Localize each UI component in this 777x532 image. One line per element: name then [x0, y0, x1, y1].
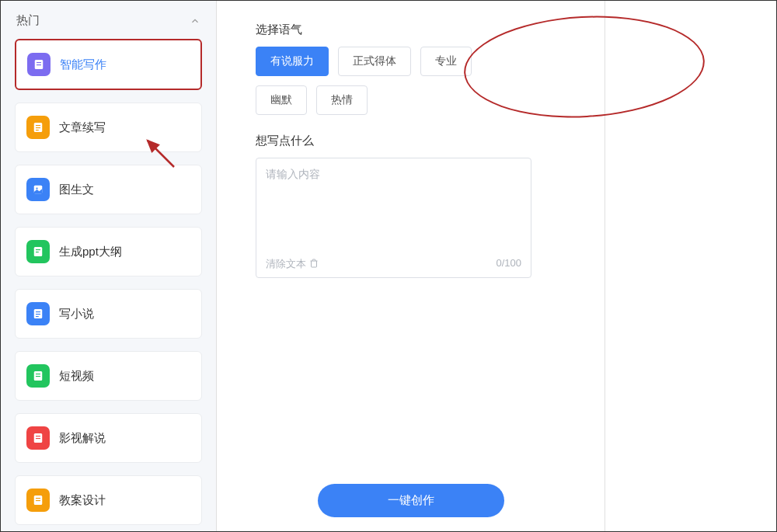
svg-rect-23: [36, 498, 40, 499]
sidebar-item-label: 写小说: [59, 307, 190, 322]
sidebar-item-image-to-text[interactable]: 图生文: [15, 165, 202, 214]
svg-rect-1: [37, 62, 41, 63]
char-count: 0/100: [496, 257, 521, 271]
document-icon: [26, 240, 50, 263]
svg-rect-4: [36, 125, 40, 126]
image-icon: [26, 178, 50, 201]
sidebar-item-lesson-plan[interactable]: 教案设计: [15, 475, 202, 525]
tone-persuasive[interactable]: 有说服力: [256, 47, 329, 76]
document-icon: [26, 489, 50, 512]
sidebar-item-ppt-outline[interactable]: 生成ppt大纲: [15, 227, 202, 276]
sidebar-item-article-continue[interactable]: 文章续写: [15, 103, 202, 152]
svg-rect-15: [36, 316, 39, 317]
svg-rect-20: [36, 436, 40, 436]
content-textarea-wrap: 清除文本 0/100: [256, 158, 531, 278]
svg-rect-24: [36, 500, 40, 501]
content-textarea[interactable]: [266, 168, 521, 245]
tone-professional[interactable]: 专业: [420, 47, 472, 76]
svg-rect-5: [36, 127, 40, 128]
svg-point-8: [36, 187, 37, 189]
sidebar-item-movie-commentary[interactable]: 影视解说: [15, 413, 202, 463]
sidebar-item-label: 图生文: [59, 183, 190, 197]
document-icon: [26, 302, 50, 325]
svg-rect-10: [36, 249, 40, 250]
sidebar-item-label: 教案设计: [59, 493, 190, 508]
svg-rect-2: [37, 64, 41, 65]
sidebar: 热门 智能写作 文章续写 图生文: [1, 1, 217, 531]
sidebar-item-label: 文章续写: [59, 120, 190, 135]
sidebar-item-short-video[interactable]: 短视频: [15, 351, 202, 401]
sidebar-item-label: 生成ppt大纲: [59, 245, 190, 259]
svg-rect-11: [36, 252, 39, 252]
main-panel: 选择语气 有说服力 正式得体 专业 幽默 热情 想写点什么 清除文本: [217, 1, 605, 531]
sidebar-item-label: 短视频: [59, 369, 190, 384]
document-icon: [26, 426, 50, 450]
section-header-hot[interactable]: 热门: [1, 1, 216, 39]
tone-humorous[interactable]: 幽默: [256, 85, 307, 115]
svg-rect-17: [36, 374, 40, 374]
right-panel: [605, 1, 776, 531]
tone-label: 选择语气: [256, 23, 531, 37]
content-label: 想写点什么: [256, 134, 531, 148]
svg-rect-13: [36, 311, 40, 312]
sidebar-item-label: 影视解说: [59, 431, 190, 446]
clear-text-button[interactable]: 清除文本: [266, 257, 319, 271]
svg-rect-18: [36, 376, 40, 377]
tone-formal[interactable]: 正式得体: [338, 47, 411, 76]
trash-icon: [309, 259, 319, 270]
svg-rect-6: [36, 130, 39, 130]
sidebar-list: 智能写作 文章续写 图生文 生成ppt大纲: [1, 39, 216, 531]
document-icon: [27, 53, 51, 76]
tone-enthusiastic[interactable]: 热情: [316, 85, 368, 115]
sidebar-item-novel[interactable]: 写小说: [15, 289, 202, 339]
chevron-up-icon: [190, 16, 200, 26]
sidebar-item-smart-writing[interactable]: 智能写作: [15, 39, 202, 90]
document-icon: [26, 364, 50, 388]
svg-rect-21: [36, 438, 40, 439]
section-title: 热门: [16, 13, 40, 28]
tone-options: 有说服力 正式得体 专业 幽默 热情: [256, 47, 531, 115]
submit-button[interactable]: 一键创作: [318, 484, 504, 517]
svg-rect-14: [36, 314, 40, 315]
sidebar-item-label: 智能写作: [60, 57, 190, 72]
document-icon: [26, 116, 50, 139]
